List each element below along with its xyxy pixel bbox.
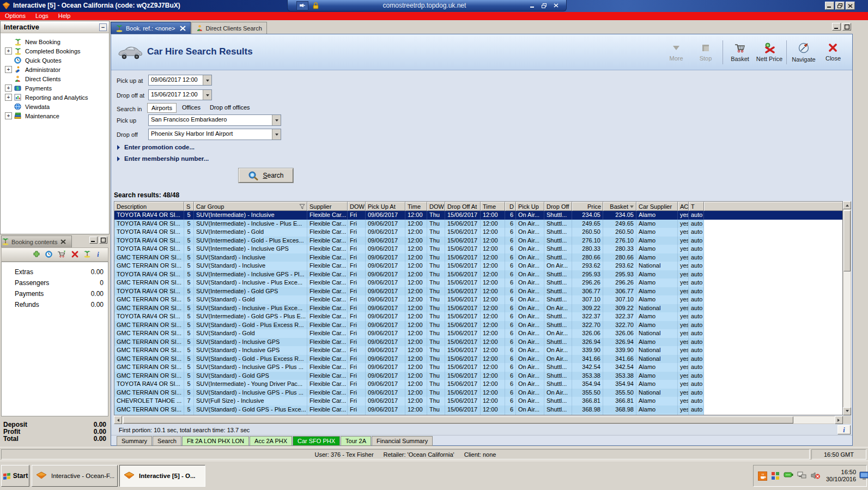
menu-item-options[interactable]: Options bbox=[0, 12, 31, 20]
column-header-pick-up-at[interactable]: Pick Up At bbox=[366, 202, 405, 211]
pickup-at-field[interactable]: 09/06/2017 12:00 bbox=[148, 75, 212, 86]
expand-icon[interactable]: + bbox=[5, 47, 12, 55]
table-row[interactable]: GMC TERRAIN OR SI...5SUV(Standard) - Inc… bbox=[114, 346, 842, 355]
restore-button[interactable] bbox=[835, 2, 845, 10]
tab-direct-clients-search[interactable]: Direct Clients Search bbox=[191, 22, 267, 34]
colors-icon[interactable] bbox=[771, 471, 780, 481]
panel-maximize-button[interactable] bbox=[99, 237, 107, 244]
sidebar-item-viewdata[interactable]: Viewdata bbox=[1, 102, 109, 111]
pin-icon[interactable] bbox=[296, 1, 308, 10]
close-button[interactable] bbox=[846, 2, 855, 10]
dropoff-combobox[interactable]: Phoenix Sky Harbor Intl Airport bbox=[148, 129, 281, 140]
table-row[interactable]: TOYOTA RAV4 OR SI...5SUV(Intermediate) -… bbox=[114, 220, 842, 228]
collapse-icon[interactable]: − bbox=[99, 23, 107, 31]
close-icon[interactable] bbox=[60, 239, 66, 244]
bottom-tab-car-sfo-phx[interactable]: Car SFO PHX bbox=[293, 436, 340, 446]
column-header-description[interactable]: Description bbox=[114, 202, 184, 211]
bottom-tab-summary[interactable]: Summary bbox=[117, 436, 152, 446]
tab-book-ref-none[interactable]: Book. ref.: <none> bbox=[111, 22, 191, 34]
scroll-left-icon[interactable] bbox=[114, 416, 122, 424]
taskbar-window-interactive-5-o[interactable]: Interactive [5] - O... bbox=[119, 465, 205, 487]
java-icon[interactable] bbox=[758, 471, 767, 481]
taskbar-window-interactive-ocean-f[interactable]: Interactive - Ocean-F... bbox=[32, 465, 118, 487]
menu-item-logs[interactable]: Logs bbox=[31, 12, 53, 20]
bottom-tab-flt-2a-lon-phx-lon[interactable]: Flt 2A LON PHX LON bbox=[182, 436, 249, 446]
menu-item-help[interactable]: Help bbox=[53, 12, 76, 20]
sidebar-item-maintenance[interactable]: +Maintenance bbox=[1, 111, 109, 120]
table-row[interactable]: GMC TERRAIN OR SI...5SUV(Standard) - Inc… bbox=[114, 363, 842, 372]
expand-icon[interactable]: + bbox=[5, 84, 12, 92]
table-row[interactable]: CHEVROLET TAHOE ...7SUV(Full Size) - Inc… bbox=[114, 397, 842, 406]
table-row[interactable]: GMC TERRAIN OR SI...5SUV(Standard) - Gol… bbox=[114, 406, 842, 414]
table-row[interactable]: TOYOTA RAV4 OR SI...5SUV(Intermediate) -… bbox=[114, 228, 842, 237]
column-header-car-supplier[interactable]: Car Supplier bbox=[636, 202, 678, 211]
search-button[interactable]: Search bbox=[239, 168, 293, 183]
table-row[interactable]: GMC TERRAIN OR SI...5SUV(Standard) - Inc… bbox=[114, 389, 842, 397]
chevron-down-icon[interactable] bbox=[203, 75, 211, 85]
column-header-ac[interactable]: AC bbox=[678, 202, 689, 211]
column-header-dow[interactable]: DOW bbox=[427, 202, 445, 211]
column-header-pick-up[interactable]: Pick Up bbox=[516, 202, 544, 211]
table-row[interactable]: GMC TERRAIN OR SI...5SUV(Standard) - Inc… bbox=[114, 338, 842, 347]
table-row[interactable]: TOYOTA RAV4 OR SI...5SUV(Intermediate) -… bbox=[114, 312, 842, 321]
clock-icon[interactable] bbox=[45, 251, 52, 259]
close-button[interactable]: Close bbox=[818, 38, 848, 66]
column-header-price[interactable]: Price bbox=[572, 202, 603, 211]
delete-icon[interactable] bbox=[71, 251, 78, 259]
hscroll-thumb[interactable] bbox=[123, 416, 793, 424]
monitor-icon[interactable] bbox=[859, 471, 868, 480]
sidebar-item-quick-quotes[interactable]: Quick Quotes bbox=[1, 56, 109, 65]
start-button[interactable]: Start bbox=[1, 465, 29, 487]
bottom-tab-search[interactable]: Search bbox=[153, 436, 181, 446]
bottom-tab-acc-2a-phx[interactable]: Acc 2A PHX bbox=[250, 436, 292, 446]
column-header-t[interactable]: T bbox=[689, 202, 704, 211]
sidebar-item-reporting-and-analytics[interactable]: +Reporting and Analytics bbox=[1, 93, 109, 102]
search-in-option-airports[interactable]: Airports bbox=[147, 103, 177, 113]
table-row[interactable]: TOYOTA RAV4 OR SI...5SUV(Intermediate) -… bbox=[114, 211, 842, 220]
workspace-maximize-button[interactable] bbox=[842, 23, 851, 31]
column-header-basket[interactable]: Basket bbox=[603, 202, 636, 211]
add-icon[interactable] bbox=[33, 250, 40, 259]
scroll-right-icon[interactable] bbox=[835, 416, 843, 424]
column-header-time[interactable]: Time bbox=[405, 202, 427, 211]
vscroll-thumb[interactable] bbox=[843, 210, 851, 271]
pickup-combobox[interactable]: San Francisco Embarkadero bbox=[148, 114, 281, 126]
expand-icon[interactable]: + bbox=[5, 94, 12, 101]
sidebar-item-new-booking[interactable]: New Booking bbox=[1, 37, 109, 46]
column-header-supplier[interactable]: Supplier bbox=[307, 202, 348, 211]
table-row[interactable]: GMC TERRAIN OR SI...5SUV(Standard) - Inc… bbox=[114, 279, 842, 287]
table-row[interactable]: GMC TERRAIN OR SI...5SUV(Standard) - Inc… bbox=[114, 304, 842, 313]
column-header-drop-off-at[interactable]: Drop Off At bbox=[445, 202, 481, 211]
table-row[interactable]: GMC TERRAIN OR SI...5SUV(Standard) - Gol… bbox=[114, 355, 842, 364]
chevron-down-icon[interactable] bbox=[272, 129, 281, 140]
volume-muted-icon[interactable] bbox=[810, 471, 821, 481]
column-header-time[interactable]: Time bbox=[481, 202, 505, 211]
table-row[interactable]: TOYOTA RAV4 OR SI...5SUV(Intermediate) -… bbox=[114, 380, 842, 389]
table-row[interactable]: GMC TERRAIN OR SI...5SUV(Standard) - Gol… bbox=[114, 372, 842, 380]
scroll-up-icon[interactable] bbox=[843, 201, 851, 209]
navigate-button[interactable]: Navigate bbox=[789, 38, 818, 66]
expand-icon[interactable]: + bbox=[5, 112, 12, 119]
table-row[interactable]: GMC TERRAIN OR SI...5SUV(Standard) - Gol… bbox=[114, 329, 842, 338]
bottom-tab-financial-summary[interactable]: Financial Summary bbox=[372, 436, 433, 446]
nett-price-button[interactable]: Nett Price bbox=[755, 38, 784, 66]
panel-minimize-button[interactable] bbox=[89, 237, 98, 244]
table-row[interactable]: TOYOTA RAV4 OR SI...5SUV(Intermediate) -… bbox=[114, 414, 842, 415]
info-button[interactable]: i bbox=[837, 425, 851, 434]
column-header-s[interactable]: S bbox=[184, 202, 194, 211]
table-row[interactable]: TOYOTA RAV4 OR SI...5SUV(Intermediate) -… bbox=[114, 237, 842, 245]
booking-contents-tab[interactable]: Booking contents bbox=[1, 235, 72, 247]
workspace-minimize-button[interactable] bbox=[832, 23, 841, 31]
vertical-scrollbar[interactable] bbox=[843, 201, 851, 415]
column-header-dow[interactable]: DOW bbox=[348, 202, 366, 211]
promotion-code-expander[interactable]: Enter promotion code... bbox=[117, 144, 195, 150]
basket-button[interactable]: Basket bbox=[725, 38, 755, 66]
palm-icon[interactable] bbox=[83, 250, 91, 259]
table-row[interactable]: GMC TERRAIN OR SI...5SUV(Standard) - Gol… bbox=[114, 295, 842, 304]
chevron-down-icon[interactable] bbox=[272, 115, 281, 125]
rdp-minimize-icon[interactable] bbox=[530, 3, 535, 8]
sidebar-item-direct-clients[interactable]: Direct Clients bbox=[1, 74, 109, 83]
table-row[interactable]: TOYOTA RAV4 OR SI...5SUV(Intermediate) -… bbox=[114, 245, 842, 253]
battery-icon[interactable] bbox=[784, 471, 793, 481]
horizontal-scrollbar[interactable] bbox=[114, 416, 843, 424]
